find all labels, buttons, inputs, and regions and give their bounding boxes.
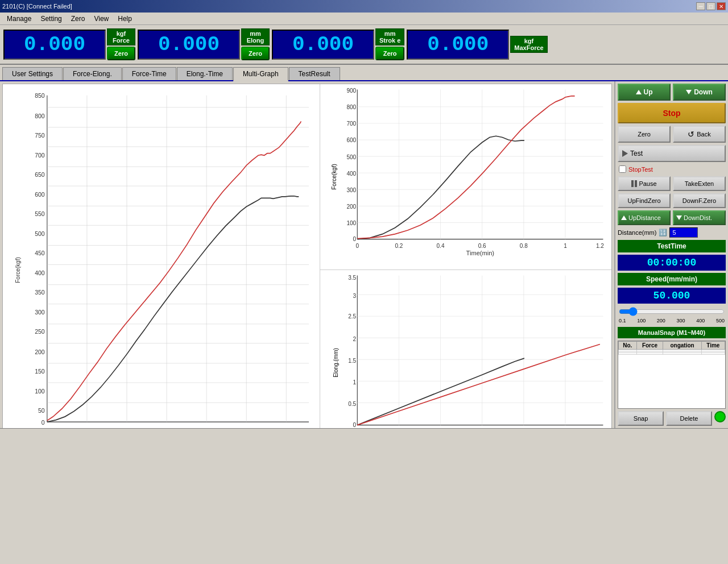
svg-text:1.5: 1.5	[348, 358, 356, 364]
menu-zero[interactable]: Zero	[67, 14, 90, 24]
menu-view[interactable]: View	[89, 14, 113, 24]
snap-col-no: No.	[619, 342, 637, 350]
svg-text:0: 0	[42, 418, 45, 426]
speed-scale: 0.1 100 200 300 400 500	[619, 318, 725, 324]
force-label: kgf Force	[107, 28, 135, 45]
svg-text:600: 600	[35, 190, 44, 198]
svg-text:3.5: 3.5	[348, 275, 356, 281]
svg-text:0.8: 0.8	[519, 243, 527, 249]
tab-test-result[interactable]: TestResult	[289, 67, 340, 80]
up-icon	[636, 90, 642, 94]
svg-text:800: 800	[346, 104, 356, 110]
svg-text:850: 850	[35, 92, 44, 99]
svg-text:1.2: 1.2	[595, 243, 603, 249]
svg-text:1: 1	[564, 243, 567, 249]
speed-value: 50.000	[618, 288, 726, 304]
snap-table: No. Force ongation Time	[618, 341, 725, 355]
svg-text:250: 250	[35, 328, 44, 335]
nav-row: Up Down	[618, 84, 726, 101]
chart-br-y-label: Elong.(mm)	[333, 348, 339, 378]
force-zero-button[interactable]: Zero	[107, 47, 135, 60]
svg-text:300: 300	[346, 187, 356, 193]
stop-test-label: StopTest	[628, 166, 653, 173]
maxforce-value: 0.000	[407, 30, 509, 60]
maxforce-label: kgf MaxForce	[510, 36, 547, 53]
up-dist-icon	[621, 215, 627, 220]
stroke-value: 0.000	[272, 30, 374, 60]
up-button[interactable]: Up	[618, 84, 671, 101]
distance-input[interactable]	[669, 227, 698, 238]
down-button[interactable]: Down	[673, 84, 726, 101]
distance-row: UpDistance DownDist.	[618, 210, 726, 225]
menu-manage[interactable]: Manage	[2, 14, 36, 24]
svg-text:650: 650	[35, 171, 44, 178]
chart-left-svg: 850 800 750 700 650 600 550 500 450 400 …	[23, 89, 315, 428]
snap-col-time: Time	[701, 342, 725, 350]
up-distance-button[interactable]: UpDistance	[618, 210, 671, 225]
chart-left-y-label: Force(kgf)	[15, 257, 21, 283]
stroke-zero-button[interactable]: Zero	[375, 47, 404, 60]
up-find-zero-button[interactable]: UpFindZero	[618, 193, 671, 208]
main-content: Force(kgf)	[0, 81, 728, 428]
manual-snap-label: ManualSnap (M1~M40)	[618, 327, 726, 338]
maximize-button[interactable]: □	[706, 2, 715, 10]
tab-force-elong[interactable]: Force-Elong.	[63, 67, 122, 80]
chart-top-right-svg: 900 800 700 600 500 400 300 200 100 0 0 …	[338, 86, 610, 258]
svg-text:500: 500	[346, 154, 356, 160]
down-icon	[686, 90, 692, 94]
zero-back-row: Zero ↺ Back	[618, 126, 726, 143]
down-f-zero-button[interactable]: DownF.Zero	[673, 193, 726, 208]
minimize-button[interactable]: ─	[696, 2, 705, 10]
distance-input-row: Distance(mm) 🔢	[618, 227, 726, 238]
svg-text:350: 350	[35, 289, 44, 296]
svg-text:700: 700	[35, 151, 44, 159]
snap-col-force: Force	[636, 342, 663, 350]
svg-text:0: 0	[355, 243, 359, 249]
speed-slider-area: 0.1 100 200 300 400 500	[618, 306, 726, 325]
tab-multi-graph[interactable]: Multi-Graph	[233, 67, 288, 81]
force-value: 0.000	[3, 30, 106, 60]
bottom-buttons: Snap Delete	[618, 411, 726, 426]
menubar: Manage Setting Zero View Help	[0, 13, 728, 25]
menu-setting[interactable]: Setting	[36, 14, 66, 24]
tab-force-time[interactable]: Force-Time	[122, 67, 176, 80]
tab-elong-time[interactable]: Elong.-Time	[177, 67, 233, 80]
test-time-label: TestTime	[618, 240, 726, 252]
down-dist-button[interactable]: DownDist.	[673, 210, 726, 225]
snap-table-area: No. Force ongation Time	[618, 341, 726, 409]
svg-text:700: 700	[346, 121, 356, 127]
svg-text:550: 550	[35, 210, 44, 217]
stop-test-checkbox[interactable]	[619, 165, 626, 173]
delete-button[interactable]: Delete	[666, 411, 712, 426]
svg-text:800: 800	[35, 112, 44, 119]
svg-text:750: 750	[35, 131, 44, 139]
snap-button[interactable]: Snap	[618, 411, 664, 426]
find-zero-row: UpFindZero DownF.Zero	[618, 193, 726, 208]
test-button[interactable]: Test	[618, 145, 726, 162]
close-button[interactable]: ✕	[717, 2, 726, 10]
pause-row: Pause TakeExten	[618, 176, 726, 191]
svg-rect-86	[338, 272, 610, 428]
top-display: 0.000 kgf Force Zero 0.000 mm Elong Zero…	[0, 25, 728, 65]
svg-text:50: 50	[38, 407, 45, 414]
elong-label: mm Elong	[241, 28, 270, 45]
refresh-icon: ↺	[688, 130, 694, 139]
menu-help[interactable]: Help	[113, 14, 136, 24]
stop-button[interactable]: Stop	[618, 103, 726, 123]
titlebar-title: 2101(C) [Connect Failed]	[2, 3, 72, 10]
back-button[interactable]: ↺ Back	[673, 126, 726, 143]
right-panel: Up Down Stop Zero ↺ Back Test StopTest	[614, 81, 728, 428]
speed-slider[interactable]	[619, 307, 725, 316]
zero-button[interactable]: Zero	[618, 126, 671, 143]
tab-user-settings[interactable]: User Settings	[2, 67, 63, 80]
pause-button[interactable]: Pause	[618, 176, 671, 191]
svg-text:0: 0	[353, 422, 356, 428]
force-display-block: 0.000 kgf Force Zero	[3, 28, 135, 60]
svg-text:200: 200	[346, 204, 356, 210]
elong-zero-button[interactable]: Zero	[241, 47, 270, 60]
stroke-display-block: 0.000 mm Strok e Zero	[272, 28, 404, 60]
take-exten-button[interactable]: TakeExten	[673, 176, 726, 191]
status-indicator	[714, 411, 726, 422]
svg-text:150: 150	[35, 367, 44, 375]
svg-text:0.2: 0.2	[395, 243, 403, 249]
